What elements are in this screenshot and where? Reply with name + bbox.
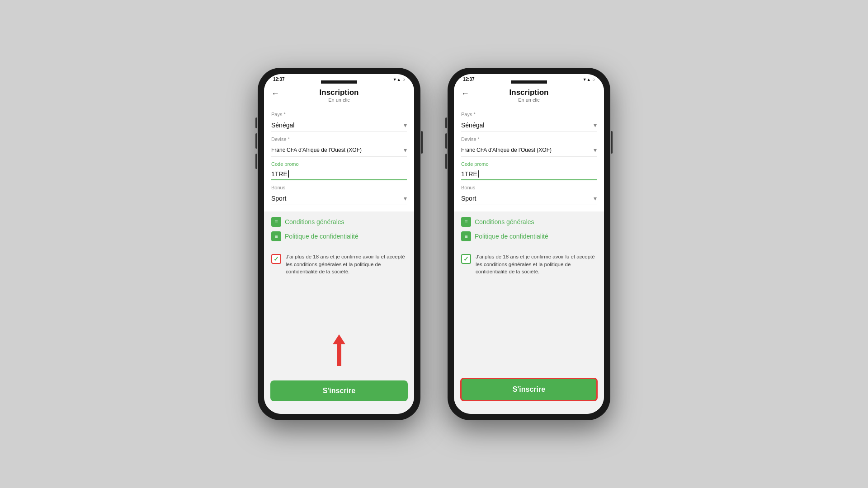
bonus-chevron-left: ▾: [404, 195, 407, 202]
app-title-right: Inscription: [509, 88, 549, 97]
pays-field-right: Pays * Sénégal ▾: [461, 112, 597, 132]
arrow-head-left: [333, 334, 345, 344]
conditions-row-left[interactable]: ≡ Conditions générales: [271, 217, 407, 227]
bonus-field-left: Bonus Sport ▾: [271, 185, 407, 205]
consent-text-right: J'ai plus de 18 ans et je confirme avoir…: [476, 253, 597, 276]
check-icon-right: ✓: [463, 255, 469, 263]
form-section-left: Pays * Sénégal ▾ Devise * Franc CFA d'Af…: [264, 106, 414, 211]
content-left: Pays * Sénégal ▾ Devise * Franc CFA d'Af…: [264, 106, 414, 414]
consent-checkbox-left[interactable]: ✓: [271, 254, 281, 264]
app-header-right: ← Inscription En un clic: [454, 84, 604, 106]
scene: 12:37 ▼▲ ○ ← Inscription En un clic: [258, 68, 610, 420]
bonus-label-right: Bonus: [461, 185, 597, 190]
app-header-left: ← Inscription En un clic: [264, 84, 414, 106]
time-right: 12:37: [463, 77, 475, 82]
time-left: 12:37: [273, 77, 285, 82]
devise-value-right: Franc CFA d'Afrique de l'Ouest (XOF): [461, 147, 552, 153]
code-promo-field-right: Code promo 1TRE: [461, 161, 597, 180]
bonus-value-right: Sport: [461, 195, 476, 202]
annotation-arrow-left: [333, 334, 345, 366]
back-arrow-left[interactable]: ←: [271, 89, 279, 99]
battery-icon-right: ○: [593, 77, 595, 82]
pays-field-left: Pays * Sénégal ▾: [271, 112, 407, 132]
conditions-text-left: Conditions générales: [285, 218, 344, 225]
app-subtitle-left: En un clic: [328, 97, 350, 103]
arrow-shaft-left: [337, 344, 341, 366]
devise-field-left: Devise * Franc CFA d'Afrique de l'Ouest …: [271, 136, 407, 157]
bottom-spacer-left: [264, 279, 414, 303]
signal-icon-left: ▼▲: [393, 77, 401, 82]
pays-chevron-left: ▾: [404, 122, 407, 129]
bonus-value-row-right[interactable]: Sport ▾: [461, 192, 597, 205]
links-section-left: ≡ Conditions générales ≡ Politique de co…: [264, 211, 414, 251]
consent-checkbox-right[interactable]: ✓: [461, 254, 471, 264]
code-promo-value-left: 1TRE: [271, 170, 288, 178]
mute-btn-right: [445, 117, 447, 128]
devise-value-left: Franc CFA d'Afrique de l'Ouest (XOF): [271, 147, 362, 153]
app-subtitle-right: En un clic: [518, 97, 540, 103]
consent-section-right: ✓ J'ai plus de 18 ans et je confirme avo…: [454, 251, 604, 279]
check-icon-left: ✓: [274, 255, 279, 263]
pays-value-row-right[interactable]: Sénégal ▾: [461, 119, 597, 132]
bottom-spacer-right: [454, 279, 604, 303]
bonus-field-right: Bonus Sport ▾: [461, 185, 597, 205]
back-arrow-right[interactable]: ←: [461, 89, 469, 99]
bonus-value-left: Sport: [271, 195, 286, 202]
phone-left-wrapper: 12:37 ▼▲ ○ ← Inscription En un clic: [258, 68, 420, 420]
vol-down-btn-right: [445, 154, 447, 169]
politique-icon-right: ≡: [461, 231, 471, 241]
pays-label-right: Pays *: [461, 112, 597, 117]
code-promo-input-left[interactable]: 1TRE: [271, 169, 407, 180]
pays-label-left: Pays *: [271, 112, 407, 117]
register-button-right[interactable]: S'inscrire: [460, 378, 598, 401]
battery-icon-left: ○: [403, 77, 405, 82]
bonus-label-left: Bonus: [271, 185, 407, 190]
politique-text-right: Politique de confidentialité: [475, 233, 548, 240]
phone-right-wrapper: 12:37 ▼▲ ○ ← Inscription En un clic: [448, 68, 610, 420]
links-section-right: ≡ Conditions générales ≡ Politique de co…: [454, 211, 604, 251]
conditions-icon-left: ≡: [271, 217, 281, 227]
devise-label-right: Devise *: [461, 136, 597, 142]
devise-field-right: Devise * Franc CFA d'Afrique de l'Ouest …: [461, 136, 597, 157]
app-title-left: Inscription: [320, 88, 359, 97]
conditions-text-right: Conditions générales: [475, 218, 534, 225]
bonus-value-row-left[interactable]: Sport ▾: [271, 192, 407, 205]
consent-section-left: ✓ J'ai plus de 18 ans et je confirme avo…: [264, 251, 414, 279]
vol-up-btn-right: [445, 133, 447, 149]
conditions-row-right[interactable]: ≡ Conditions générales: [461, 217, 597, 227]
consent-row-left: ✓ J'ai plus de 18 ans et je confirme avo…: [271, 253, 407, 276]
devise-value-row-right[interactable]: Franc CFA d'Afrique de l'Ouest (XOF) ▾: [461, 144, 597, 157]
politique-text-left: Politique de confidentialité: [285, 233, 359, 240]
pays-value-right: Sénégal: [461, 122, 484, 129]
signal-icon-right: ▼▲: [583, 77, 591, 82]
code-promo-value-right: 1TRE: [461, 170, 477, 178]
power-btn-left: [421, 131, 423, 154]
devise-value-row-left[interactable]: Franc CFA d'Afrique de l'Ouest (XOF) ▾: [271, 144, 407, 157]
vol-up-btn-left: [255, 133, 257, 149]
conditions-icon-right: ≡: [461, 217, 471, 227]
status-icons-right: ▼▲ ○: [583, 77, 595, 82]
code-promo-input-right[interactable]: 1TRE: [461, 169, 597, 180]
bonus-chevron-right: ▾: [594, 195, 597, 202]
mute-btn-left: [255, 117, 257, 128]
politique-row-right[interactable]: ≡ Politique de confidentialité: [461, 231, 597, 241]
code-promo-label-left: Code promo: [271, 161, 407, 167]
consent-row-right: ✓ J'ai plus de 18 ans et je confirme avo…: [461, 253, 597, 276]
status-icons-left: ▼▲ ○: [393, 77, 405, 82]
consent-text-left: J'ai plus de 18 ans et je confirme avoir…: [286, 253, 407, 276]
screen-right: 12:37 ▼▲ ○ ← Inscription En un clic: [454, 74, 604, 414]
pays-value-left: Sénégal: [271, 122, 294, 129]
politique-icon-left: ≡: [271, 231, 281, 241]
power-btn-right: [611, 131, 613, 154]
politique-row-left[interactable]: ≡ Politique de confidentialité: [271, 231, 407, 241]
phone-right: 12:37 ▼▲ ○ ← Inscription En un clic: [448, 68, 610, 420]
pays-value-row-left[interactable]: Sénégal ▾: [271, 119, 407, 132]
devise-label-left: Devise *: [271, 136, 407, 142]
vol-down-btn-left: [255, 154, 257, 169]
form-section-right: Pays * Sénégal ▾ Devise * Franc CFA d'Af…: [454, 106, 604, 211]
content-right: Pays * Sénégal ▾ Devise * Franc CFA d'Af…: [454, 106, 604, 414]
devise-chevron-right: ▾: [594, 146, 597, 154]
devise-chevron-left: ▾: [404, 146, 407, 154]
register-button-left[interactable]: S'inscrire: [270, 380, 408, 401]
pays-chevron-right: ▾: [594, 122, 597, 129]
